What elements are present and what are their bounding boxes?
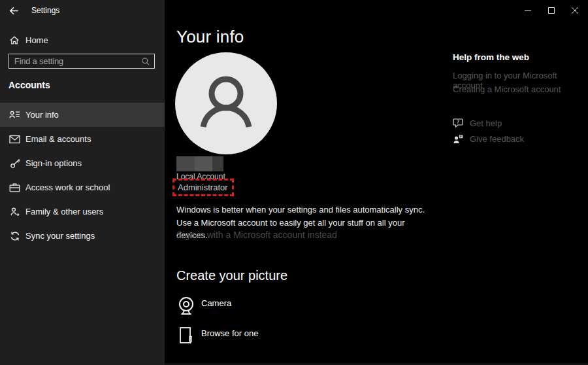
- titlebar-drag-area[interactable]: [165, 0, 588, 21]
- sidebar-item-label: Sync your settings: [25, 231, 95, 241]
- give-feedback-label: Give feedback: [470, 134, 524, 144]
- sidebar-item-label: Email & accounts: [25, 134, 91, 144]
- help-heading: Help from the web: [453, 52, 529, 62]
- page-title: Your info: [176, 27, 244, 47]
- get-help-button[interactable]: ? Get help: [453, 118, 502, 129]
- maximize-button[interactable]: [540, 0, 563, 21]
- sidebar-item-email-accounts[interactable]: Email & accounts: [0, 127, 165, 151]
- sidebar: Home Accounts Your info: [0, 21, 165, 365]
- give-feedback-button[interactable]: Give feedback: [453, 133, 524, 145]
- sidebar-item-access-work-school[interactable]: Access work or school: [0, 175, 165, 200]
- sidebar-item-your-info[interactable]: Your info: [0, 103, 165, 127]
- signin-microsoft-link[interactable]: Sign in with a Microsoft account instead: [176, 230, 337, 240]
- sidebar-nav: Your info Email & accounts: [0, 103, 165, 248]
- create-picture-heading: Create your picture: [176, 268, 287, 283]
- sidebar-item-home[interactable]: Home: [0, 30, 165, 50]
- chat-question-icon: ?: [453, 118, 464, 129]
- avatar: [175, 52, 277, 154]
- sidebar-item-label: Access work or school: [25, 182, 110, 192]
- camera-option-label: Camera: [201, 296, 231, 308]
- search-icon[interactable]: [139, 57, 152, 65]
- person-icon: [175, 52, 277, 154]
- briefcase-icon: [9, 182, 20, 192]
- camera-option[interactable]: Camera: [176, 296, 231, 316]
- contact-card-icon: [9, 110, 20, 120]
- sidebar-item-sign-in-options[interactable]: Sign-in options: [0, 151, 165, 175]
- add-person-icon: [9, 207, 20, 217]
- account-role-label: Administrator: [178, 182, 228, 192]
- close-button[interactable]: [563, 0, 587, 21]
- search-input[interactable]: [9, 57, 139, 66]
- key-icon: [9, 158, 20, 169]
- sidebar-item-label: Family & other users: [25, 207, 103, 217]
- redacted-username: [176, 156, 223, 171]
- feedback-person-icon: [453, 133, 464, 145]
- titlebar: Settings: [0, 0, 165, 21]
- svg-text:?: ?: [457, 119, 460, 126]
- help-link-creating-account[interactable]: Creating a Microsoft account: [453, 84, 561, 94]
- get-help-label: Get help: [470, 118, 502, 128]
- envelope-icon: [9, 135, 20, 144]
- back-arrow-icon: [8, 5, 20, 16]
- sidebar-item-family-other-users[interactable]: Family & other users: [0, 200, 165, 224]
- browse-file-icon: [176, 326, 196, 345]
- sidebar-home-label: Home: [25, 35, 48, 45]
- minimize-button[interactable]: [516, 0, 540, 21]
- sidebar-item-sync-settings[interactable]: Sync your settings: [0, 224, 165, 248]
- webcam-icon: [176, 296, 196, 316]
- settings-window: Settings Home: [0, 0, 588, 365]
- back-button[interactable]: [0, 0, 27, 21]
- browse-option[interactable]: Browse for one: [176, 326, 258, 345]
- administrator-highlight-box: Administrator: [172, 179, 234, 196]
- app-title: Settings: [31, 0, 59, 21]
- sidebar-item-label: Your info: [25, 110, 59, 120]
- home-icon: [9, 35, 20, 45]
- browse-option-label: Browse for one: [201, 326, 258, 338]
- sidebar-item-label: Sign-in options: [25, 158, 82, 168]
- sync-icon: [9, 231, 20, 241]
- sidebar-section-heading: Accounts: [8, 80, 50, 90]
- search-box: [8, 54, 155, 69]
